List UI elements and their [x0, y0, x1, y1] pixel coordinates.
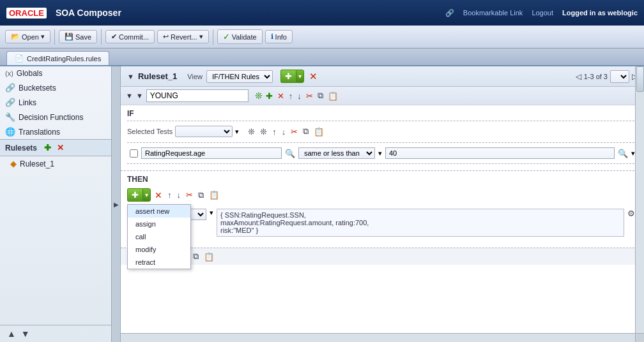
toolbar-sep-2 — [101, 29, 102, 45]
if-paste-icon[interactable]: 📋 — [312, 126, 325, 137]
logout-link[interactable]: Logout — [532, 9, 553, 17]
dropdown-item-modify[interactable]: modify — [128, 243, 190, 256]
if-copy-selected-icon[interactable]: ❊ — [247, 126, 256, 137]
page-select[interactable]: 3 — [610, 70, 629, 83]
selected-tests-dropdown-arrow[interactable]: ▾ — [235, 128, 239, 136]
then-delete-icon[interactable]: ✕ — [153, 190, 164, 201]
condition-value-input[interactable] — [385, 147, 615, 159]
then-add-split-button[interactable]: ✚ ▾ — [127, 188, 151, 202]
selected-tests-select[interactable] — [175, 126, 233, 137]
then-copy-icon[interactable]: ⧉ — [197, 190, 205, 201]
selected-tests-label: Selected Tests — [127, 128, 172, 135]
rule-name-input[interactable] — [146, 89, 249, 102]
main-layout: (x) Globals 🔗 Bucketsets 🔗 Links 🔧 Decis… — [0, 66, 644, 342]
sidebar-item-links[interactable]: 🔗 Links — [0, 95, 111, 110]
rule-cut-icon[interactable]: ✂ — [305, 91, 314, 101]
rule-collapse-arrow-2[interactable]: ▼ — [136, 92, 143, 100]
revert-chevron-icon: ▾ — [199, 33, 203, 41]
dropdown-item-assert-new[interactable]: assert new — [128, 205, 190, 218]
if-cut-icon[interactable]: ✂ — [289, 126, 299, 137]
condition-field-input[interactable] — [141, 147, 282, 159]
dropdown-item-call[interactable]: call — [128, 230, 190, 243]
if-section: IF Selected Tests ▾ ❊ ❊ ↑ ↓ ✂ ⧉ 📋 — [121, 105, 644, 171]
then-up-icon[interactable]: ↑ — [166, 190, 173, 200]
operator-select[interactable]: same or less than same or greater than e… — [298, 147, 375, 159]
toolbar-sep-1 — [54, 29, 55, 45]
app-branding: ORACLE SOA Composer — [6, 8, 121, 19]
sidebar-item-bucketsets[interactable]: 🔗 Bucketsets — [0, 80, 111, 95]
if-down-icon[interactable]: ↓ — [280, 126, 288, 137]
add-rule-dropdown-arrow[interactable]: ▾ — [296, 70, 304, 83]
value-search-icon[interactable]: 🔍 — [618, 149, 628, 158]
sidebar-nav: ▲ ▼ — [0, 325, 111, 342]
delete-ruleset-button[interactable]: ✕ — [56, 142, 65, 153]
dropdown-item-assign[interactable]: assign — [128, 218, 190, 230]
then-label: THEN — [127, 175, 638, 184]
info-button[interactable]: ℹ Info — [265, 30, 293, 43]
condition-search-icon[interactable]: 🔍 — [285, 149, 295, 158]
revert-label: Revert... — [171, 33, 197, 41]
rule-copy-tree-icon[interactable]: ❊ — [255, 91, 263, 101]
rule-paste-icon[interactable]: 📋 — [326, 91, 339, 101]
sidebar-item-translations[interactable]: 🌐 Translations — [0, 124, 111, 139]
rule-collapse-arrow[interactable]: ▼ — [126, 92, 133, 100]
if-copy-icon[interactable]: ⧉ — [302, 126, 310, 137]
condition-row-1: 🔍 same or less than same or greater than… — [127, 145, 638, 161]
if-paste-selected-icon[interactable]: ❊ — [259, 126, 268, 137]
rule-icons: ❊ ✚ ✕ ↑ ↓ ✂ ⧉ 📋 — [255, 90, 339, 101]
sidebar-expand-button[interactable]: ▶ — [112, 66, 121, 342]
dropdown-item-retract[interactable]: retract — [128, 256, 190, 269]
rule-area: ▼ ▼ ❊ ✚ ✕ ↑ ↓ ✂ ⧉ 📋 IF Se — [121, 87, 644, 342]
ruleset-toolbar: ▼ Ruleset_1 View IF/THEN Rules Decision … — [121, 66, 644, 87]
ruleset-entry-1[interactable]: ◆ Ruleset_1 — [0, 156, 111, 171]
rule-copy-icon[interactable]: ⧉ — [316, 90, 325, 101]
sidebar-item-globals[interactable]: (x) Globals — [0, 66, 111, 80]
horizontal-scrollbar[interactable] — [121, 333, 635, 342]
if-up-icon[interactable]: ↑ — [271, 126, 278, 137]
ruleset-name-label: Ruleset_1 — [20, 160, 54, 168]
delete-rule-button[interactable]: ✕ — [308, 70, 319, 83]
nav-up-button[interactable]: ▲ — [5, 328, 18, 339]
validate-label: Validate — [232, 33, 257, 41]
bottom-paste-icon[interactable]: 📋 — [203, 251, 215, 262]
tab-file-name: CreditRatingRules.rules — [27, 55, 101, 63]
rule-add-icon[interactable]: ✚ — [264, 91, 274, 101]
add-rule-split-button[interactable]: ✚ ▾ — [280, 70, 304, 83]
bookmarkable-link[interactable]: Bookmarkable Link — [463, 9, 523, 17]
then-down-icon[interactable]: ↓ — [176, 190, 183, 200]
bottom-copy-icon[interactable]: ⧉ — [192, 251, 200, 262]
validate-button[interactable]: ✓ Validate — [217, 29, 263, 44]
tab-creditratingrules[interactable]: 📄 CreditRatingRules.rules — [6, 51, 109, 65]
then-add-button[interactable]: ✚ — [127, 188, 142, 202]
then-cut-icon[interactable]: ✂ — [185, 190, 194, 200]
action-settings-icon[interactable]: ⚙ — [627, 209, 635, 218]
condition-checkbox[interactable] — [130, 149, 138, 158]
links-icon: 🔗 — [5, 98, 15, 107]
commit-label: Commit... — [119, 33, 149, 41]
sidebar-item-decision-functions[interactable]: 🔧 Decision Functions — [0, 110, 111, 124]
view-label: View — [187, 73, 203, 80]
rule-up-icon[interactable]: ↑ — [288, 91, 295, 101]
add-ruleset-button[interactable]: ✚ — [43, 142, 52, 153]
prev-page-button[interactable]: ◁ — [576, 72, 581, 81]
page-info: 1-3 of 3 — [584, 73, 608, 80]
nav-down-button[interactable]: ▼ — [19, 328, 32, 339]
scroll-thumb[interactable] — [636, 66, 644, 92]
vertical-scrollbar[interactable] — [635, 66, 644, 342]
ruleset-collapse-arrow[interactable]: ▼ — [127, 73, 134, 80]
view-select[interactable]: IF/THEN Rules Decision Table — [206, 70, 273, 83]
conditions-end-divider — [127, 163, 638, 164]
then-paste-icon[interactable]: 📋 — [208, 190, 220, 200]
revert-icon: ↩ — [163, 33, 169, 41]
save-button[interactable]: 💾 Save — [59, 30, 97, 43]
globals-icon: (x) — [5, 70, 13, 77]
then-add-dropdown-arrow[interactable]: ▾ — [142, 188, 151, 202]
revert-button[interactable]: ↩ Revert... ▾ — [157, 30, 209, 43]
open-button[interactable]: 📂 Open ▾ — [5, 30, 50, 43]
add-rule-button[interactable]: ✚ — [280, 70, 296, 83]
toolbar-sep-3 — [213, 29, 213, 45]
commit-button[interactable]: ✔ Commit... — [105, 30, 155, 43]
folder-icon: 📂 — [11, 33, 20, 41]
rule-down-icon[interactable]: ↓ — [296, 91, 303, 101]
rule-delete-icon[interactable]: ✕ — [276, 91, 286, 101]
